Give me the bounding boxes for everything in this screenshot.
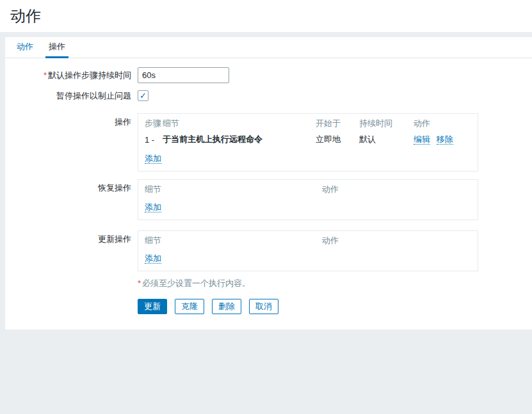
required-asterisk: * xyxy=(138,278,141,288)
operation-table-row: 1 - 0 于当前主机上执行远程命令 立即地 默认 编辑 移除 xyxy=(138,131,478,148)
page-header: 动作 xyxy=(0,0,532,32)
cancel-button[interactable]: 取消 xyxy=(249,299,278,314)
update-operations-table: 细节 动作 添加 xyxy=(138,230,478,271)
default-duration-row: *默认操作步骤持续时间 xyxy=(5,67,526,83)
col-duration: 持续时间 xyxy=(353,114,407,131)
recovery-header-row: 细节 动作 xyxy=(138,180,478,197)
operation-details: 于当前主机上执行远程命令 xyxy=(156,131,309,148)
tab-operations-label: 操作 xyxy=(49,41,65,52)
required-note: *必须至少设置一个执行内容。 xyxy=(138,278,526,288)
operation-edit-link[interactable]: 编辑 xyxy=(414,134,430,145)
clone-button[interactable]: 克隆 xyxy=(175,299,204,314)
operation-steps: 1 - 0 xyxy=(138,131,156,148)
operations-label: 操作 xyxy=(5,113,138,128)
checkmark-icon: ✓ xyxy=(140,92,147,100)
operations-table: 步骤 细节 开始于 持续时间 动作 1 - 0 于当前主机上执行远程命令 立即地 xyxy=(138,113,478,171)
default-duration-label: *默认操作步骤持续时间 xyxy=(5,67,138,81)
col-action: 动作 xyxy=(407,114,478,131)
header-divider xyxy=(0,32,532,37)
tab-action-label: 动作 xyxy=(17,41,33,52)
operations-row: 操作 步骤 细节 开始于 持续时间 动作 xyxy=(5,113,526,171)
form-body: *默认操作步骤持续时间 暂停操作以制止问题 ✓ 操作 xyxy=(5,58,532,330)
action-form-container: 动作 操作 *默认操作步骤持续时间 暂停操作以制止问题 ✓ xyxy=(5,37,532,330)
pause-suppressed-label: 暂停操作以制止问题 xyxy=(5,90,138,102)
recovery-operations-table: 细节 动作 添加 xyxy=(138,179,478,220)
update-header-row: 细节 动作 xyxy=(138,231,478,248)
col-start-in: 开始于 xyxy=(309,114,353,131)
required-asterisk: * xyxy=(44,70,47,80)
operation-start-in: 立即地 xyxy=(309,131,353,148)
update-add-link[interactable]: 添加 xyxy=(145,253,161,264)
col-action: 动作 xyxy=(316,231,478,248)
delete-button[interactable]: 删除 xyxy=(212,299,241,314)
col-steps: 步骤 xyxy=(138,114,156,131)
operations-header-row: 步骤 细节 开始于 持续时间 动作 xyxy=(138,114,478,131)
pause-suppressed-checkbox[interactable]: ✓ xyxy=(138,90,149,101)
update-button[interactable]: 更新 xyxy=(138,299,167,314)
col-details: 细节 xyxy=(138,180,316,197)
operation-duration: 默认 xyxy=(353,131,407,148)
operation-remove-link[interactable]: 移除 xyxy=(437,134,453,145)
tab-operations[interactable]: 操作 xyxy=(45,37,69,58)
col-details: 细节 xyxy=(138,231,316,248)
tab-action[interactable]: 动作 xyxy=(13,37,36,58)
recovery-operations-label: 恢复操作 xyxy=(5,179,138,194)
col-details: 细节 xyxy=(156,114,309,131)
recovery-add-link[interactable]: 添加 xyxy=(145,202,161,212)
page-title: 动作 xyxy=(10,6,41,26)
buttons-row: 更新 克隆 删除 取消 xyxy=(5,299,526,314)
note-row: *必须至少设置一个执行内容。 xyxy=(5,278,526,288)
col-action: 动作 xyxy=(316,180,478,197)
update-operations-label: 更新操作 xyxy=(5,230,138,245)
pause-suppressed-row: 暂停操作以制止问题 ✓ xyxy=(5,90,526,102)
recovery-operations-row: 恢复操作 细节 动作 添加 xyxy=(5,179,526,220)
operations-add-link[interactable]: 添加 xyxy=(145,154,161,164)
default-duration-input[interactable] xyxy=(138,67,229,83)
tab-bar: 动作 操作 xyxy=(5,37,532,58)
update-operations-row: 更新操作 细节 动作 添加 xyxy=(5,230,526,271)
